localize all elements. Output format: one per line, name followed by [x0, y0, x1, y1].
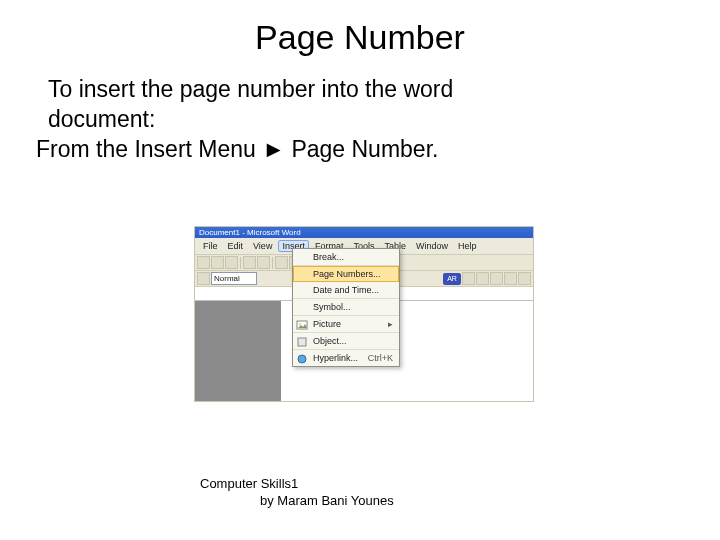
- toolbar-separator: [240, 257, 241, 269]
- menuitem-symbol[interactable]: Symbol...: [293, 299, 399, 316]
- menu-window[interactable]: Window: [412, 240, 452, 252]
- decrease-indent-icon[interactable]: [490, 272, 503, 285]
- menuitem-hyperlink[interactable]: Hyperlink... Ctrl+K: [293, 350, 399, 366]
- language-badge[interactable]: AR: [443, 273, 461, 285]
- menuitem-label: Page Numbers...: [313, 269, 381, 279]
- menuitem-label: Hyperlink...: [313, 353, 358, 363]
- increase-indent-icon[interactable]: [504, 272, 517, 285]
- open-icon[interactable]: [211, 256, 224, 269]
- menuitem-date-time[interactable]: Date and Time...: [293, 282, 399, 299]
- new-doc-icon[interactable]: [197, 256, 210, 269]
- footer-line-2: by Maram Bani Younes: [200, 493, 394, 510]
- print-icon[interactable]: [243, 256, 256, 269]
- window-title: Document1 - Microsoft Word: [199, 228, 301, 237]
- footer-line-1: Computer Skills1: [200, 476, 394, 493]
- menu-file[interactable]: File: [199, 240, 222, 252]
- insert-menu-dropdown: Break... Page Numbers... Date and Time..…: [292, 248, 400, 367]
- picture-icon: [296, 319, 308, 331]
- body-line-2: document:: [36, 105, 680, 135]
- menuitem-label: Break...: [313, 252, 344, 262]
- menuitem-label: Date and Time...: [313, 285, 379, 295]
- object-icon: [296, 336, 308, 348]
- menu-edit[interactable]: Edit: [224, 240, 248, 252]
- submenu-arrow-icon: ▸: [388, 319, 393, 329]
- menuitem-label: Picture: [313, 319, 341, 329]
- word-screenshot: Document1 - Microsoft Word File Edit Vie…: [194, 226, 534, 402]
- menuitem-page-numbers[interactable]: Page Numbers...: [293, 266, 399, 282]
- slide-footer: Computer Skills1 by Maram Bani Younes: [200, 476, 394, 510]
- bullets-icon[interactable]: [462, 272, 475, 285]
- menuitem-shortcut: Ctrl+K: [368, 353, 393, 363]
- body-line-3: From the Insert Menu ► Page Number.: [36, 135, 680, 165]
- style-selector[interactable]: Normal: [211, 272, 257, 285]
- body-text: To insert the page number into the word …: [36, 75, 680, 165]
- menu-view[interactable]: View: [249, 240, 276, 252]
- hyperlink-icon: [296, 353, 308, 365]
- save-icon[interactable]: [225, 256, 238, 269]
- menuitem-break[interactable]: Break...: [293, 249, 399, 266]
- svg-point-3: [298, 355, 306, 363]
- style-icon[interactable]: [197, 272, 210, 285]
- svg-point-1: [299, 323, 301, 325]
- toolbar-separator: [272, 257, 273, 269]
- menuitem-picture[interactable]: Picture ▸: [293, 316, 399, 333]
- menuitem-label: Symbol...: [313, 302, 351, 312]
- spellcheck-icon[interactable]: [275, 256, 288, 269]
- numbering-icon[interactable]: [476, 272, 489, 285]
- svg-rect-2: [298, 338, 306, 346]
- body-line-1: To insert the page number into the word: [36, 75, 680, 105]
- document-margin: [195, 301, 281, 401]
- window-titlebar: Document1 - Microsoft Word: [195, 227, 533, 238]
- menuitem-object[interactable]: Object...: [293, 333, 399, 350]
- slide-title: Page Number: [0, 18, 720, 57]
- print-preview-icon[interactable]: [257, 256, 270, 269]
- menuitem-label: Object...: [313, 336, 347, 346]
- borders-icon[interactable]: [518, 272, 531, 285]
- menu-help[interactable]: Help: [454, 240, 481, 252]
